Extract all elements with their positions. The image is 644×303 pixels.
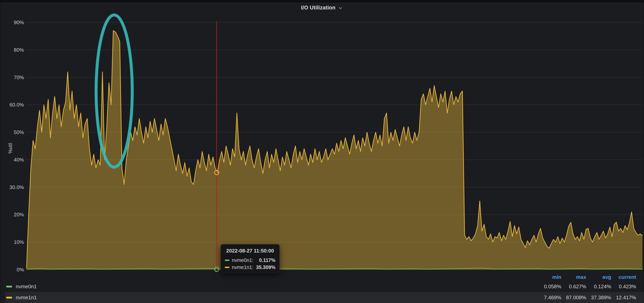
series-color-swatch-icon	[6, 286, 12, 288]
legend-avg-value: 0.124%	[586, 284, 611, 290]
hover-tooltip: 2022-08-27 11:50:00 nvme0n1: 0.117% nvme…	[221, 244, 280, 273]
tooltip-series-label: nvme0n1:	[232, 258, 254, 263]
series-color-swatch-icon	[6, 297, 12, 298]
grafana-panel-screenshot: I/O Utilization %util 0%10%20%30.0%40%50…	[0, 0, 644, 303]
legend-max-value: 87.008%	[561, 294, 586, 301]
y-tick-label: 20%	[14, 212, 24, 218]
legend-table: min max avg current nvme0n1 0.058% 0.627…	[0, 273, 644, 303]
series-dash-icon	[225, 260, 230, 261]
panel-header[interactable]: I/O Utilization	[0, 2, 644, 13]
legend-avg-value: 37.389%	[586, 294, 611, 301]
legend-header-max[interactable]: max	[561, 274, 586, 280]
tooltip-row-nvme0n1: nvme0n1: 0.117%	[225, 257, 276, 264]
series-dash-icon	[225, 267, 230, 268]
y-tick-label: 90%	[14, 20, 24, 25]
y-axis-title: %util	[8, 136, 13, 160]
legend-header-min[interactable]: min	[536, 274, 561, 280]
tooltip-row-nvme1n1: nvme1n1: 35.309%	[225, 264, 276, 271]
legend-header-current[interactable]: current	[611, 274, 636, 280]
tooltip-timestamp: 2022-08-27 11:50:00	[225, 248, 276, 254]
y-tick-label: 0%	[16, 267, 24, 272]
legend-series-name[interactable]: nvme0n1	[16, 284, 37, 290]
y-tick-label: 80%	[14, 47, 24, 53]
legend-header-row: min max avg current	[0, 273, 644, 281]
legend-min-value: 0.058%	[536, 284, 561, 290]
y-tick-label: 40%	[14, 157, 24, 163]
panel-title: I/O Utilization	[301, 5, 336, 11]
tooltip-series-value: 0.117%	[259, 258, 276, 263]
nvme1n1-area-fill	[26, 31, 642, 270]
legend-header-avg[interactable]: avg	[586, 274, 611, 280]
legend-current-value: 0.423%	[611, 284, 636, 290]
y-tick-label: 60.0%	[10, 102, 24, 108]
legend-row-nvme0n1: nvme0n1 0.058% 0.627% 0.124% 0.423%	[5, 281, 644, 292]
y-tick-label: 70%	[14, 74, 24, 80]
y-tick-label: 50%	[14, 129, 24, 135]
tooltip-series-label: nvme1n1:	[232, 264, 254, 270]
legend-row-nvme1n1: nvme1n1 7.469% 87.008% 37.389% 12.417%	[5, 292, 644, 303]
timeseries-chart-canvas[interactable]: 0%10%20%30.0%40%50%60.0%70%80%90%	[0, 0, 644, 303]
y-tick-label: 30.0%	[10, 184, 24, 190]
y-tick-label: 10%	[14, 239, 24, 245]
chevron-down-icon[interactable]	[338, 6, 343, 10]
tooltip-series-value: 35.309%	[256, 264, 276, 270]
legend-series-name[interactable]: nvme1n1	[16, 294, 37, 301]
legend-max-value: 0.627%	[561, 284, 586, 290]
legend-min-value: 7.469%	[536, 294, 561, 301]
legend-current-value: 12.417%	[611, 294, 636, 301]
